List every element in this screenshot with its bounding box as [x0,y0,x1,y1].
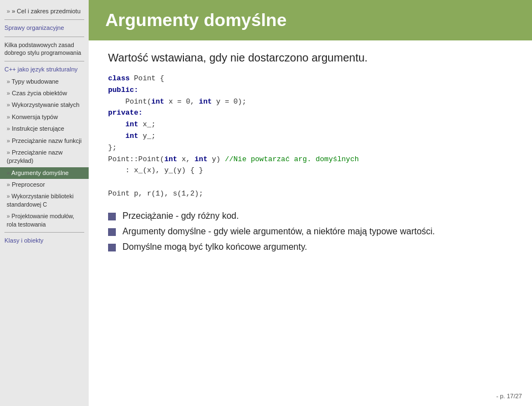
content-area: Wartość wstawiana, gdy nie dostarczono a… [89,40,532,406]
sidebar-item-konwersja[interactable]: Konwersja typów [0,111,89,123]
sidebar-item-klasy[interactable]: Klasy i obiekty [0,235,89,246]
bullet-text-1: Przeciążanie - gdy różny kod. [122,211,239,221]
sidebar-item-przec-przyklad[interactable]: Przeciążanie nazw (przykład) [0,147,89,167]
sidebar-item-instrukcje[interactable]: Instrukcje sterujące [0,123,89,135]
bullet-list: Przeciążanie - gdy różny kod. Argumenty … [108,211,513,252]
sidebar-item-biblioteki[interactable]: Wykorzystanie biblioteki standardowej C [0,191,89,210]
bullet-text-3: Domyślne mogą być tylko końcowe argument… [122,242,307,252]
sidebar-item-cel[interactable]: » Cel i zakres przedmiotu [0,6,89,17]
sidebar-item-preprocesor[interactable]: Preprocesor [0,179,89,191]
code-block: class Point { public: Point(int x = 0, i… [108,73,513,200]
sidebar-item-stalych[interactable]: Wykorzystywanie stałych [0,99,89,111]
main-content: Argumenty domyślne Wartość wstawiana, gd… [89,0,532,406]
sidebar-item-moduly[interactable]: Projektowanie modułów, rola testowania [0,210,89,230]
sidebar-item-argumenty[interactable]: Argumenty domyślne [0,167,89,179]
sidebar-divider-2 [4,37,84,37]
sidebar-divider-3 [4,61,84,61]
sidebar-divider-4 [4,232,84,233]
bullet-icon-3 [108,244,116,251]
bullet-icon-2 [108,228,116,236]
bullet-item-1: Przeciążanie - gdy różny kod. [108,211,513,221]
bullet-item-2: Argumenty domyślne - gdy wiele argumentó… [108,227,513,237]
sidebar-item-przec-funkcji[interactable]: Przeciążanie nazw funkcji [0,135,89,147]
sidebar-divider-1 [4,19,84,20]
bullet-icon-1 [108,213,116,220]
bullet-text-2: Argumenty domyślne - gdy wiele argumentó… [122,227,435,237]
bullet-item-3: Domyślne mogą być tylko końcowe argument… [108,242,513,252]
subtitle-text: Wartość wstawiana, gdy nie dostarczono a… [108,52,513,64]
sidebar-item-typy[interactable]: Typy wbudowane [0,76,89,88]
sidebar-item-sprawy[interactable]: Sprawy organizacyjne [0,22,89,34]
sidebar-item-czas[interactable]: Czas życia obiektów [0,88,89,99]
title-bar: Argumenty domyślne [89,0,532,40]
sidebar: » Cel i zakres przedmiotu Sprawy organiz… [0,0,89,406]
page-number: - p. 17/27 [497,393,522,399]
sidebar-item-cpp[interactable]: C++ jako język strukturalny [0,64,89,75]
sidebar-item-kilka[interactable]: Kilka podstawowych zasad dobrego stylu p… [0,39,89,59]
page-title: Argumenty domyślne [105,10,287,30]
